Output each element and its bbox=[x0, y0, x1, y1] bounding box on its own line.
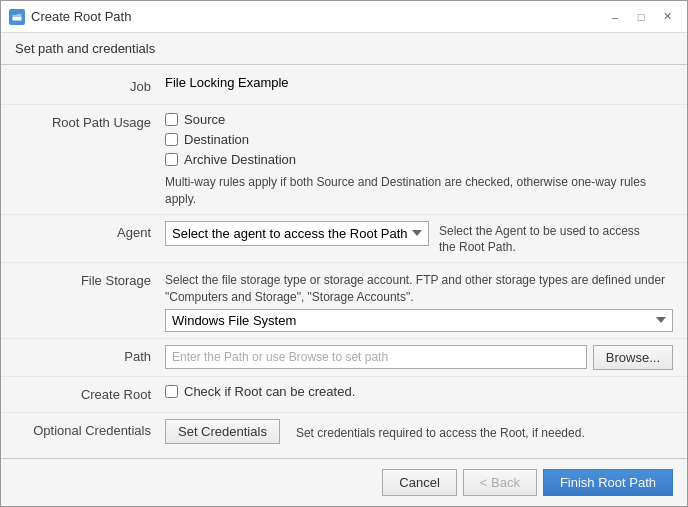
agent-controls: Select the agent to access the Root Path… bbox=[165, 221, 673, 257]
agent-hint: Select the Agent to be used to access th… bbox=[439, 221, 659, 257]
finish-root-path-button[interactable]: Finish Root Path bbox=[543, 469, 673, 496]
job-row: Job File Locking Example bbox=[1, 69, 687, 105]
create-root-label: Create Root bbox=[15, 383, 165, 402]
form-area: Job File Locking Example Root Path Usage… bbox=[1, 65, 687, 458]
credentials-hint: Set credentials required to access the R… bbox=[296, 423, 585, 440]
credentials-controls: Set Credentials Set credentials required… bbox=[165, 419, 673, 444]
dialog-window: Create Root Path – □ ✕ Set path and cred… bbox=[0, 0, 688, 507]
title-controls: – □ ✕ bbox=[603, 7, 679, 27]
path-input[interactable] bbox=[165, 345, 587, 369]
root-path-usage-controls: Source Destination Archive Destination M… bbox=[165, 111, 673, 208]
cancel-button[interactable]: Cancel bbox=[382, 469, 456, 496]
section-header: Set path and credentials bbox=[1, 33, 687, 65]
job-label: Job bbox=[15, 75, 165, 94]
credentials-control-row: Set Credentials Set credentials required… bbox=[165, 419, 673, 444]
archive-checkbox-row: Archive Destination bbox=[165, 151, 673, 168]
window-title: Create Root Path bbox=[31, 9, 131, 24]
root-path-usage-row: Root Path Usage Source Destination Archi… bbox=[1, 105, 687, 215]
root-path-usage-info: Multi-way rules apply if both Source and… bbox=[165, 174, 673, 208]
title-bar-left: Create Root Path bbox=[9, 9, 131, 25]
credentials-row: Optional Credentials Set Credentials Set… bbox=[1, 413, 687, 450]
create-root-row: Create Root Check if Root can be created… bbox=[1, 377, 687, 413]
agent-select[interactable]: Select the agent to access the Root Path bbox=[165, 221, 429, 246]
dialog-content: Set path and credentials Job File Lockin… bbox=[1, 33, 687, 458]
create-root-checkbox-row: Check if Root can be created. bbox=[165, 383, 673, 400]
close-button[interactable]: ✕ bbox=[655, 7, 679, 27]
maximize-button[interactable]: □ bbox=[629, 7, 653, 27]
file-storage-controls: Select the file storage type or storage … bbox=[165, 269, 673, 332]
title-bar: Create Root Path – □ ✕ bbox=[1, 1, 687, 33]
set-credentials-button[interactable]: Set Credentials bbox=[165, 419, 280, 444]
destination-checkbox-row: Destination bbox=[165, 131, 673, 148]
window-icon bbox=[9, 9, 25, 25]
source-checkbox-row: Source bbox=[165, 111, 673, 128]
path-input-row: Browse... bbox=[165, 345, 673, 370]
file-storage-desc: Select the file storage type or storage … bbox=[165, 272, 673, 306]
file-storage-select[interactable]: Windows File System bbox=[165, 309, 673, 332]
credentials-label: Optional Credentials bbox=[15, 419, 165, 438]
agent-row: Agent Select the agent to access the Roo… bbox=[1, 215, 687, 264]
minimize-button[interactable]: – bbox=[603, 7, 627, 27]
root-path-usage-label: Root Path Usage bbox=[15, 111, 165, 130]
job-value-text: File Locking Example bbox=[165, 75, 673, 90]
file-storage-row: File Storage Select the file storage typ… bbox=[1, 263, 687, 339]
agent-row-wrapper: Select the agent to access the Root Path… bbox=[165, 221, 673, 257]
destination-label: Destination bbox=[184, 132, 249, 147]
create-root-checkbox[interactable] bbox=[165, 385, 178, 398]
job-value: File Locking Example bbox=[165, 75, 673, 90]
path-row: Path Browse... bbox=[1, 339, 687, 377]
path-label: Path bbox=[15, 345, 165, 364]
svg-rect-0 bbox=[12, 14, 22, 21]
path-controls: Browse... bbox=[165, 345, 673, 370]
destination-checkbox[interactable] bbox=[165, 133, 178, 146]
source-checkbox[interactable] bbox=[165, 113, 178, 126]
create-root-checkbox-label: Check if Root can be created. bbox=[184, 384, 355, 399]
file-storage-label: File Storage bbox=[15, 269, 165, 288]
archive-destination-label: Archive Destination bbox=[184, 152, 296, 167]
svg-rect-1 bbox=[12, 12, 17, 15]
agent-label: Agent bbox=[15, 221, 165, 240]
dialog-footer: Cancel < Back Finish Root Path bbox=[1, 458, 687, 506]
source-label: Source bbox=[184, 112, 225, 127]
back-button[interactable]: < Back bbox=[463, 469, 537, 496]
archive-destination-checkbox[interactable] bbox=[165, 153, 178, 166]
browse-button[interactable]: Browse... bbox=[593, 345, 673, 370]
create-root-controls: Check if Root can be created. bbox=[165, 383, 673, 400]
